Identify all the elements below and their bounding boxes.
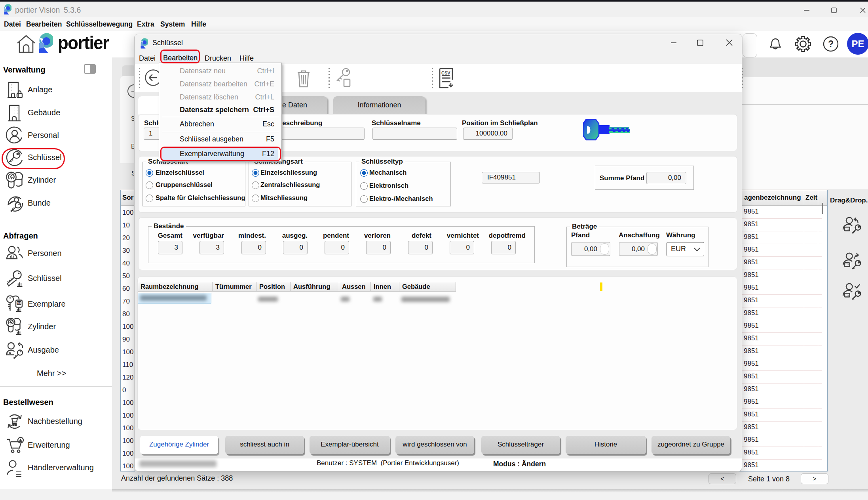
svg-text:?: ?	[828, 39, 834, 49]
svg-text:CSV: CSV	[441, 71, 450, 75]
svg-text:01: 01	[17, 302, 21, 305]
